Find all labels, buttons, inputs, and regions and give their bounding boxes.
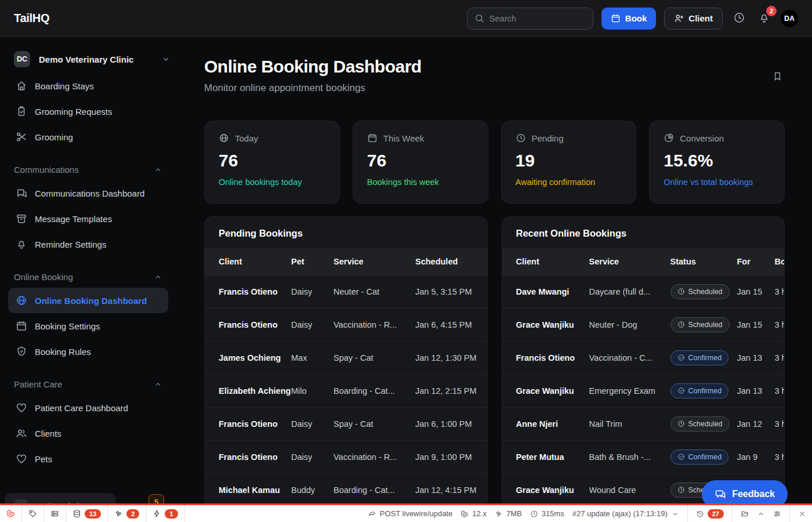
sidebar-item-clients[interactable]: Clients [8,420,168,446]
chevron-up-icon [154,380,162,389]
debugbar-open-button[interactable] [741,510,749,518]
search-icon [474,13,484,23]
share-arrow-icon [368,510,376,518]
sidebar-item-message-templates[interactable]: Message Templates [8,206,168,231]
debugbar-history-button[interactable]: 27 [696,509,724,519]
stat-value: 76 [367,151,474,171]
chevron-up-icon [757,510,765,518]
sidebar-item-label: Patient Care Dashboard [35,403,128,413]
app-logo[interactable]: TailHQ [14,12,49,25]
laravel-icon [6,509,15,518]
recent-booking-row[interactable]: Francis Otieno Vaccination - C... Confir… [502,341,785,374]
stat-value: 19 [516,151,622,171]
stat-caption: Bookings this week [367,177,474,187]
debugbar-settings-button[interactable] [773,510,781,518]
stats-row: Today 76 Online bookings today This Week… [204,121,785,204]
recent-booking-row[interactable]: Peter Mutua Bath & Brush -... Confirmed … [502,440,785,473]
workspace-name: Demo Veterinary Clinic [39,55,133,64]
debugbar-version: 12.x [461,509,487,518]
clock-icon [677,321,685,328]
debugbar-tab-tag[interactable] [22,505,44,522]
user-plus-icon [674,13,684,23]
debugbar-close-button[interactable] [798,510,806,518]
sidebar-item-booking-rules[interactable]: Booking Rules [8,339,168,364]
recent-bookings-table: ClientServiceStatusForBooked Dave Mwangi… [502,248,785,506]
column-header: Service [334,248,415,275]
sidebar-item-online-booking-dashboard[interactable]: Online Booking Dashboard [8,288,168,313]
debugbar-maximize-button[interactable] [757,510,765,518]
debugbar-tabs: 1321 [0,505,185,522]
recent-booking-row[interactable]: Grace Wanjiku Neuter - Dog Scheduled Jan… [502,308,785,341]
column-header: For [737,248,775,275]
search-box[interactable] [467,8,593,30]
debugbar-tab-database[interactable]: 13 [66,505,108,522]
recent-bookings-title: Recent Online Bookings [502,217,785,248]
debugbar-request-select[interactable]: #27 update (ajax) (17:13:19) [572,509,679,518]
status-badge: Confirmed [670,383,729,398]
sidebar-item-label: Message Templates [35,214,112,224]
debugbar-tab-laravel[interactable] [0,505,22,522]
stat-value: 15.6% [664,151,770,171]
scissors-icon [16,131,27,143]
debugbar-tab-gears[interactable]: 2 [108,505,146,522]
stat-label: Conversion [680,133,724,143]
debugbar-status: POST livewire/update 12.x 7MB 315ms #27 … [362,505,812,522]
recent-booking-row[interactable]: Anne Njeri Nail Trim Scheduled Jan 12 3 … [502,407,785,440]
book-button[interactable]: Book [601,8,657,30]
workspace-badge: DC [14,51,30,67]
archive-icon [16,213,27,224]
time-label: 315ms [542,509,564,518]
table-header-row: ClientPetServiceScheduled [205,248,488,275]
notifications-button[interactable]: 2 [756,9,773,28]
recent-activity-button[interactable] [731,9,748,28]
debugbar-request[interactable]: POST livewire/update [368,509,453,518]
database-icon [72,509,81,518]
sidebar-item-patient-care-dashboard[interactable]: Patient Care Dashboard [8,395,168,420]
topbar-actions: Book Client 2 DA [467,8,798,30]
sidebar-section-header[interactable]: Patient Care [8,379,168,389]
feedback-chat-icon [715,488,726,500]
debugbar-tab-bars[interactable] [44,505,66,522]
column-header: Client [502,248,589,275]
sidebar-item-grooming-requests[interactable]: Grooming Requests [8,99,168,124]
sidebar-section-header[interactable]: Online Booking [8,272,168,282]
recent-booking-row[interactable]: Grace Wanjiku Emergency Exam Confirmed J… [502,374,785,407]
laravel-debugbar: 1321 POST livewire/update 12.x 7MB 315ms… [0,503,812,522]
stat-card-conversion: Conversion 15.6% Online vs total booking… [649,121,785,204]
sidebar-item-label: Grooming Requests [35,107,112,117]
pending-booking-row[interactable]: Francis Otieno Daisy Neuter - Cat Jan 5,… [205,275,488,308]
pending-booking-row[interactable]: Francis Otieno Daisy Spay - Cat Jan 6, 1… [205,407,488,440]
pending-booking-row[interactable]: James Ochieng Max Spay - Cat Jan 12, 1:3… [205,341,488,374]
pending-booking-row[interactable]: Elizabeth Achieng Milo Boarding - Cat...… [205,374,488,407]
debugbar-tab-bolt[interactable]: 1 [146,505,184,522]
shield-icon [16,346,27,357]
recent-booking-row[interactable]: Dave Mwangi Daycare (full d... Scheduled… [502,275,785,308]
gears-icon [495,510,503,518]
bookmark-icon[interactable] [772,71,783,82]
check-circle-icon [677,387,685,394]
chevron-down-icon [161,55,171,64]
sidebar-item-reminder-settings[interactable]: Reminder Settings [8,231,168,257]
page-title: Online Booking Dashboard [204,57,785,77]
sidebar-item-communications-dashboard[interactable]: Communications Dashboard [8,180,168,206]
tag-icon [28,509,37,518]
sidebar-item-boarding-stays[interactable]: Boarding Stays [8,73,168,99]
pending-booking-row[interactable]: Michael Kamau Buddy Boarding - Cat... Ja… [205,473,488,506]
client-button[interactable]: Client [664,8,723,30]
pending-booking-row[interactable]: Francis Otieno Daisy Vaccination - R... … [205,440,488,473]
workspace-selector[interactable]: DC Demo Veterinary Clinic [0,49,191,70]
column-header: Status [670,248,737,275]
stat-caption: Online vs total bookings [664,177,770,187]
laravel-gray-icon [461,510,469,518]
stat-label: This Week [383,133,425,143]
sidebar-section-header[interactable]: Communications [8,165,168,175]
avatar[interactable]: DA [781,10,798,27]
search-input[interactable] [490,14,586,23]
pending-booking-row[interactable]: Francis Otieno Daisy Vaccination - R... … [205,308,488,341]
bars-icon [50,509,59,518]
sidebar-item-pets[interactable]: Pets [8,446,168,472]
tables-row: Pending Bookings ClientPetServiceSchedul… [204,216,785,507]
check-circle-icon [677,354,685,361]
sidebar-item-booking-settings[interactable]: Booking Settings [8,313,168,339]
sidebar-item-grooming[interactable]: Grooming [8,124,168,150]
